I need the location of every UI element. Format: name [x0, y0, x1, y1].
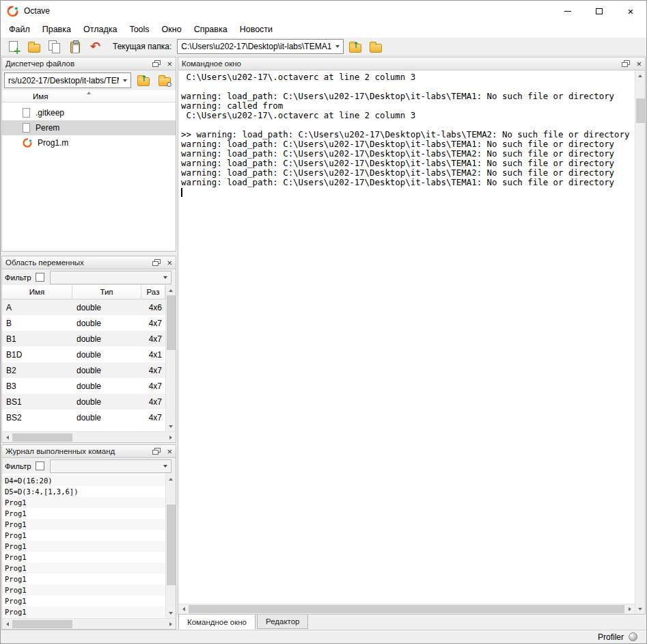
scroll-down-icon[interactable]	[166, 608, 176, 618]
history-item[interactable]: Prog1	[2, 508, 165, 519]
close-panel-icon[interactable]: ×	[167, 258, 172, 267]
filter-checkbox[interactable]	[36, 461, 44, 470]
variable-row[interactable]: A double 4x6	[2, 299, 165, 315]
scroll-down-icon[interactable]	[166, 421, 176, 431]
column-header-type[interactable]: Тип	[72, 285, 141, 299]
history-item[interactable]: Prog1	[2, 574, 165, 585]
undock-icon[interactable]	[152, 60, 161, 68]
browser-folder-up-button[interactable]: ↑	[134, 72, 152, 89]
close-panel-icon[interactable]: ×	[167, 447, 172, 456]
horizontal-scrollbar[interactable]	[2, 618, 176, 629]
history-item[interactable]: Prog1	[2, 595, 165, 606]
horizontal-scrollbar[interactable]	[2, 431, 176, 442]
scroll-right-icon[interactable]	[165, 432, 176, 442]
browse-folder-button[interactable]	[366, 38, 385, 55]
browser-actions-button[interactable]	[155, 72, 174, 89]
menu-item[interactable]: Правка	[36, 21, 77, 38]
menu-item[interactable]: Tools	[123, 21, 155, 38]
variable-row[interactable]: B3 double 4x7	[2, 378, 165, 394]
scrollbar-thumb[interactable]	[189, 605, 624, 613]
workspace-table-header[interactable]: Имя Тип Раз	[2, 285, 165, 299]
chevron-down-icon[interactable]	[119, 73, 130, 88]
bottom-tab-bar: Командное окно Редактор	[178, 615, 646, 630]
close-panel-icon[interactable]: ×	[636, 59, 642, 68]
scroll-up-icon[interactable]	[635, 70, 646, 81]
scrollbar-thumb[interactable]	[12, 433, 72, 442]
scroll-down-icon[interactable]	[635, 604, 646, 614]
column-header-size[interactable]: Раз	[141, 285, 165, 299]
undock-icon[interactable]	[622, 60, 630, 68]
history-item[interactable]: Prog1	[2, 497, 165, 508]
maximize-button[interactable]	[583, 1, 615, 21]
variable-row[interactable]: BS1 double 4x7	[2, 394, 165, 410]
history-item[interactable]: Prog1	[2, 606, 165, 617]
scrollbar-thumb[interactable]	[167, 505, 176, 585]
menu-item[interactable]: Отладка	[77, 21, 123, 38]
tab[interactable]: Командное окно	[178, 615, 256, 630]
scroll-right-icon[interactable]	[165, 619, 176, 629]
scroll-left-icon[interactable]	[2, 619, 12, 629]
scroll-right-icon[interactable]	[624, 604, 635, 615]
vertical-scrollbar[interactable]	[165, 285, 176, 431]
menu-item[interactable]: Новости	[234, 21, 279, 38]
variable-name: B2	[2, 366, 72, 375]
command-console[interactable]: C:\Users\u202-17\.octaverc at line 2 col…	[178, 70, 635, 604]
filter-combobox[interactable]	[50, 271, 171, 284]
column-header-name[interactable]: Имя	[2, 285, 72, 299]
undock-icon[interactable]	[152, 259, 161, 267]
undo-button[interactable]: ↶	[86, 38, 105, 55]
filter-combobox[interactable]	[50, 459, 171, 473]
sort-ascending-icon	[87, 92, 91, 94]
undock-icon[interactable]	[152, 448, 161, 455]
scroll-left-icon[interactable]	[2, 432, 12, 442]
variable-row[interactable]: BS2 double 4x7	[2, 410, 165, 425]
file-row[interactable]: .gitkeep	[2, 105, 176, 120]
horizontal-scrollbar[interactable]	[178, 604, 635, 614]
profiler-status-icon[interactable]	[629, 632, 637, 641]
chevron-down-icon[interactable]	[159, 271, 171, 284]
menu-item[interactable]: Справка	[188, 21, 234, 38]
paste-button[interactable]	[66, 38, 84, 55]
minimize-button[interactable]	[552, 1, 583, 21]
vertical-scrollbar[interactable]	[635, 70, 645, 614]
menu-item[interactable]: Окно	[156, 21, 188, 38]
current-folder-combobox[interactable]: C:\Users\u202-17\Desktop\it-labs\TEMA1	[177, 39, 344, 54]
folder-up-button[interactable]: ↑	[346, 38, 364, 55]
variable-row[interactable]: B2 double 4x7	[2, 362, 165, 378]
menu-item[interactable]: Файл	[3, 21, 36, 38]
variable-row[interactable]: B double 4x7	[2, 315, 165, 331]
history-item[interactable]: D5=D(3:4,[1,3,6])	[2, 486, 165, 497]
chevron-down-icon[interactable]	[331, 40, 343, 53]
close-panel-icon[interactable]: ×	[167, 59, 172, 68]
command-window-panel: Командное окно × C:\Users\u202-17\.o	[178, 57, 646, 615]
open-file-button[interactable]	[25, 38, 43, 55]
file-list-header[interactable]: Имя	[2, 90, 176, 103]
scroll-left-icon[interactable]	[178, 604, 189, 615]
history-item[interactable]: Prog1	[2, 552, 165, 563]
history-item[interactable]: Prog1	[2, 563, 165, 574]
scrollbar-thumb[interactable]	[12, 620, 72, 628]
history-item[interactable]: Prog1	[2, 519, 165, 530]
file-row[interactable]: Prog1.m	[2, 135, 176, 150]
history-item[interactable]: Prog1	[2, 585, 165, 595]
scroll-up-icon[interactable]	[166, 285, 176, 295]
variable-row[interactable]: B1 double 4x7	[2, 331, 165, 347]
variable-row[interactable]: B1D double 4x1	[2, 347, 165, 362]
tab[interactable]: Редактор	[257, 615, 309, 629]
scroll-up-icon[interactable]	[166, 474, 176, 484]
history-item[interactable]: D4=D(16:20)	[2, 475, 165, 486]
filter-checkbox[interactable]	[36, 273, 44, 282]
history-item[interactable]: Prog1	[2, 530, 165, 541]
browser-path-combobox[interactable]: rs/u202-17/Desktop/it-labs/TEMA1	[4, 72, 131, 88]
chevron-down-icon[interactable]	[159, 460, 171, 472]
vertical-scrollbar[interactable]	[165, 474, 176, 618]
copy-button[interactable]	[45, 38, 64, 55]
history-item[interactable]: Prog1	[2, 541, 165, 552]
close-button[interactable]: ×	[615, 1, 646, 21]
history-list: D4=D(16:20)D5=D(3:4,[1,3,6])Prog1Prog1Pr…	[2, 474, 165, 618]
file-row[interactable]: Perem	[2, 120, 176, 135]
scrollbar-thumb[interactable]	[167, 295, 176, 350]
history-titlebar: Журнал выполненных команд ×	[2, 445, 176, 458]
new-script-button[interactable]	[4, 38, 23, 55]
scrollbar-thumb[interactable]	[636, 98, 645, 123]
